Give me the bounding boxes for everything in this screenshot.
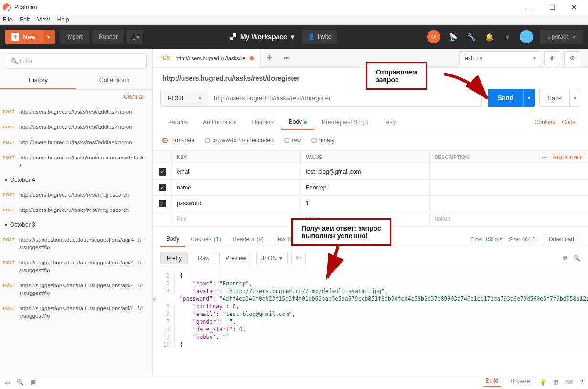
kv-key-input[interactable]: Key bbox=[172, 211, 301, 226]
invite-button[interactable]: 👤Invite bbox=[302, 30, 337, 44]
rtab-authorization[interactable]: Authorization bbox=[195, 115, 244, 129]
copy-icon[interactable]: ⧉ bbox=[563, 255, 567, 262]
help-icon[interactable]: ? bbox=[580, 379, 583, 386]
minimize-button[interactable]: — bbox=[519, 0, 541, 14]
save-button[interactable]: Save bbox=[539, 89, 570, 107]
history-item[interactable]: POSThttp://users.bugred.ru/tasks/rest/ad… bbox=[0, 119, 152, 135]
rtab-params[interactable]: Params bbox=[160, 115, 195, 129]
history-item[interactable]: POSThttp://users.bugred.ru/tasks/rest/ad… bbox=[0, 135, 152, 150]
search-response-icon[interactable]: 🔍 bbox=[573, 255, 580, 262]
body-mode-binary[interactable]: binary bbox=[311, 137, 335, 144]
rtab-tests[interactable]: Tests bbox=[376, 115, 405, 129]
history-item[interactable]: POSThttp://users.bugred.ru/tasks/rest/cr… bbox=[0, 150, 152, 173]
kv-more-icon[interactable]: ••• bbox=[542, 155, 547, 160]
rtab-headers[interactable]: Headers bbox=[244, 115, 281, 129]
kv-desc[interactable] bbox=[430, 168, 588, 176]
console-icon[interactable]: ▣ bbox=[31, 379, 36, 386]
save-button-caret[interactable]: ▾ bbox=[570, 89, 580, 107]
maximize-button[interactable]: ☐ bbox=[541, 0, 563, 14]
mode-build[interactable]: Build bbox=[483, 378, 502, 387]
bell-icon[interactable]: 🔔 bbox=[483, 31, 495, 42]
tab-collections[interactable]: Collections bbox=[76, 72, 153, 89]
sync-button[interactable]: ⟳ bbox=[427, 30, 440, 43]
menu-help[interactable]: Help bbox=[57, 16, 69, 23]
env-settings-button[interactable]: ⚙ bbox=[564, 51, 580, 65]
new-button-caret[interactable]: ▾ bbox=[43, 30, 55, 44]
close-button[interactable]: ✕ bbox=[563, 0, 585, 14]
runner-button[interactable]: Runner bbox=[92, 30, 124, 44]
workspace-selector[interactable]: My Workspace ▾ bbox=[230, 33, 294, 41]
history-item[interactable]: POSThttps://suggestions.dadata.ru/sugges… bbox=[0, 255, 152, 278]
add-tab-button[interactable]: + bbox=[261, 49, 278, 67]
environment-selector[interactable]: testEnv▾ bbox=[459, 51, 540, 65]
bootcamp-icon[interactable]: 💡 bbox=[539, 379, 546, 386]
rtab-prerequest[interactable]: Pre-request Script bbox=[314, 115, 376, 129]
send-button-caret[interactable]: ▾ bbox=[523, 89, 535, 107]
kv-key[interactable]: password bbox=[172, 196, 301, 210]
resp-tab-headers[interactable]: Headers (9) bbox=[227, 232, 269, 246]
rtab-body[interactable]: Body bbox=[281, 115, 314, 130]
bulk-edit-link[interactable]: Bulk Edit bbox=[553, 155, 582, 160]
body-mode-raw[interactable]: raw bbox=[284, 137, 301, 144]
menu-view[interactable]: View bbox=[37, 16, 50, 23]
resp-view-raw[interactable]: Raw bbox=[192, 252, 215, 264]
env-preview-button[interactable]: 👁 bbox=[544, 51, 560, 65]
app-title: Postman bbox=[14, 4, 519, 11]
kv-row: ✓password1 bbox=[153, 196, 588, 211]
kv-value[interactable]: test_blog@gmail.com bbox=[301, 165, 430, 179]
new-button[interactable]: +New bbox=[5, 30, 43, 44]
history-item[interactable]: POSThttps://suggestions.dadata.ru/sugges… bbox=[0, 301, 152, 324]
tab-history[interactable]: History bbox=[0, 72, 76, 89]
history-item[interactable]: POSThttps://suggestions.dadata.ru/sugges… bbox=[0, 232, 152, 255]
mode-browse[interactable]: Browse bbox=[508, 378, 533, 387]
history-item[interactable]: POSThttp://users.bugred.ru/tasks/rest/ma… bbox=[0, 202, 152, 218]
kv-key[interactable]: email bbox=[172, 165, 301, 179]
checkbox[interactable]: ✓ bbox=[159, 200, 166, 207]
history-item[interactable]: POSThttp://users.bugred.ru/tasks/rest/ad… bbox=[0, 104, 152, 119]
request-tab[interactable]: POST http://users.bugred.ru/tasks/re bbox=[153, 49, 261, 67]
resp-tab-cookies[interactable]: Cookies (1) bbox=[185, 232, 226, 246]
kv-value[interactable]: Блоггер bbox=[301, 180, 430, 195]
resp-tab-body[interactable]: Body bbox=[160, 231, 185, 247]
response-body[interactable]: 1{2 "name": "Блоггер",3 "avatar": "http:… bbox=[153, 269, 588, 351]
avatar[interactable] bbox=[520, 30, 533, 43]
body-mode-formdata[interactable]: form-data bbox=[162, 137, 194, 144]
kv-key[interactable]: name bbox=[172, 180, 301, 195]
resp-lang-selector[interactable]: JSON ▾ bbox=[256, 252, 288, 264]
import-button[interactable]: Import bbox=[60, 30, 89, 44]
sidebar-toggle-icon[interactable]: ▭ bbox=[5, 379, 10, 386]
code-link[interactable]: Code bbox=[562, 119, 576, 126]
cookies-link[interactable]: Cookies bbox=[535, 119, 555, 126]
layout-icon[interactable]: ▦ bbox=[553, 379, 558, 386]
shortcuts-icon[interactable]: ⌨ bbox=[565, 379, 573, 386]
menu-edit[interactable]: Edit bbox=[20, 16, 30, 23]
kv-desc-input[interactable]: ription bbox=[430, 211, 588, 226]
tab-more-button[interactable]: ••• bbox=[278, 49, 295, 67]
satellite-icon[interactable]: 📡 bbox=[447, 31, 459, 42]
window-toggle-button[interactable]: ▢▾ bbox=[127, 30, 143, 44]
find-icon[interactable]: 🔍 bbox=[17, 379, 24, 386]
checkbox[interactable]: ✓ bbox=[159, 168, 166, 176]
method-selector[interactable]: POST▾ bbox=[160, 89, 208, 107]
history-date-header[interactable]: ▾October 3 bbox=[0, 218, 152, 232]
sync-icon: ⟳ bbox=[431, 33, 436, 40]
upgrade-button[interactable]: Upgrade ▾ bbox=[540, 30, 583, 44]
history-date-header[interactable]: ▾October 4 bbox=[0, 173, 152, 187]
body-mode-urlencoded[interactable]: x-www-form-urlencoded bbox=[205, 137, 273, 144]
menu-file[interactable]: File bbox=[3, 16, 12, 23]
heart-icon[interactable]: ♥ bbox=[502, 31, 513, 42]
resp-view-pretty[interactable]: Pretty bbox=[160, 252, 188, 264]
kv-value[interactable]: 1 bbox=[301, 196, 430, 210]
kv-row: ✓nameБлоггер bbox=[153, 180, 588, 196]
clear-all-link[interactable]: Clear all bbox=[0, 90, 152, 104]
checkbox[interactable]: ✓ bbox=[159, 184, 166, 191]
wrap-toggle-button[interactable]: ⏎ bbox=[291, 252, 306, 264]
download-button[interactable]: Download bbox=[543, 233, 580, 245]
wrench-icon[interactable]: 🔧 bbox=[465, 31, 477, 42]
history-item[interactable]: POSThttps://suggestions.dadata.ru/sugges… bbox=[0, 278, 152, 301]
kv-desc[interactable] bbox=[430, 200, 588, 207]
kv-desc[interactable] bbox=[430, 184, 588, 191]
resp-view-preview[interactable]: Preview bbox=[219, 252, 252, 264]
history-item[interactable]: POSThttp://users.bugred.ru/tasks/rest/ma… bbox=[0, 187, 152, 202]
filter-input[interactable]: 🔍 Filter bbox=[6, 53, 147, 69]
